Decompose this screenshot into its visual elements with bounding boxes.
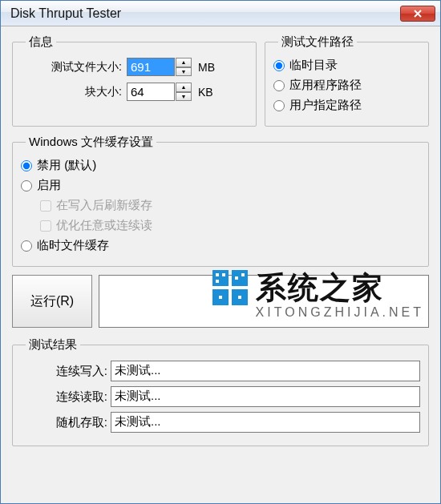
results-group: 测试结果 连续写入: 未测试... 连续读取: 未测试... 随机存取: 未测试… <box>12 337 429 446</box>
block-size-label: 块大小: <box>21 85 122 99</box>
seq-write-label: 连续写入: <box>21 364 107 379</box>
rand-access-value: 未测试... <box>111 412 420 433</box>
path-option-user[interactable]: 用户指定路径 <box>273 98 420 113</box>
block-size-spinner: ▲ ▼ <box>127 83 192 101</box>
radio-app[interactable] <box>273 80 285 91</box>
block-size-unit: KB <box>198 86 213 99</box>
radio-disable[interactable] <box>21 160 32 171</box>
cache-sub-optimize: 优化任意或连续读 <box>40 218 420 233</box>
file-size-input[interactable] <box>127 58 175 76</box>
file-size-label: 测试文件大小: <box>21 60 122 75</box>
path-group: 测试文件路径 临时目录 应用程序路径 用户指定路径 <box>265 34 429 127</box>
cache-option-tempfile[interactable]: 临时文件缓存 <box>21 238 420 253</box>
block-size-up[interactable]: ▲ <box>176 83 192 92</box>
block-size-input[interactable] <box>127 83 175 101</box>
path-option-temp[interactable]: 临时目录 <box>273 58 420 73</box>
info-legend: 信息 <box>26 34 56 50</box>
run-output <box>99 275 429 328</box>
file-size-up[interactable]: ▲ <box>176 58 192 67</box>
seq-read-value: 未测试... <box>111 386 420 407</box>
close-icon <box>413 10 423 18</box>
file-size-unit: MB <box>198 61 215 74</box>
rand-access-label: 随机存取: <box>21 415 107 430</box>
cache-legend: Windows 文件缓存设置 <box>26 135 156 150</box>
cache-option-disable[interactable]: 禁用 (默认) <box>21 158 420 173</box>
cache-option-enable[interactable]: 启用 <box>21 178 420 193</box>
path-legend: 测试文件路径 <box>278 34 357 50</box>
block-size-down[interactable]: ▼ <box>176 92 192 102</box>
radio-enable[interactable] <box>21 180 32 192</box>
radio-temp[interactable] <box>273 60 285 71</box>
info-group: 信息 测试文件大小: ▲ ▼ MB 块大小: <box>12 34 257 127</box>
client-area: 信息 测试文件大小: ▲ ▼ MB 块大小: <box>1 26 440 462</box>
file-size-down[interactable]: ▼ <box>176 67 192 77</box>
seq-write-value: 未测试... <box>111 361 420 381</box>
titlebar: Disk Thruput Tester <box>1 1 440 26</box>
check-optimize <box>40 220 51 232</box>
seq-read-label: 连续读取: <box>21 389 107 405</box>
path-option-app[interactable]: 应用程序路径 <box>273 78 420 93</box>
window-title: Disk Thruput Tester <box>10 6 121 21</box>
cache-group: Windows 文件缓存设置 禁用 (默认) 启用 在写入后刷新缓存 <box>12 135 429 267</box>
check-flush <box>40 200 51 212</box>
results-legend: 测试结果 <box>26 337 80 353</box>
close-button[interactable] <box>400 6 435 22</box>
run-button[interactable]: 运行(R) <box>12 275 92 328</box>
radio-user[interactable] <box>273 100 285 111</box>
file-size-spinner: ▲ ▼ <box>127 58 192 76</box>
cache-sub-flush: 在写入后刷新缓存 <box>40 198 420 213</box>
radio-tempfile[interactable] <box>21 240 32 252</box>
app-window: Disk Thruput Tester 信息 测试文件大小: ▲ ▼ <box>0 0 441 504</box>
